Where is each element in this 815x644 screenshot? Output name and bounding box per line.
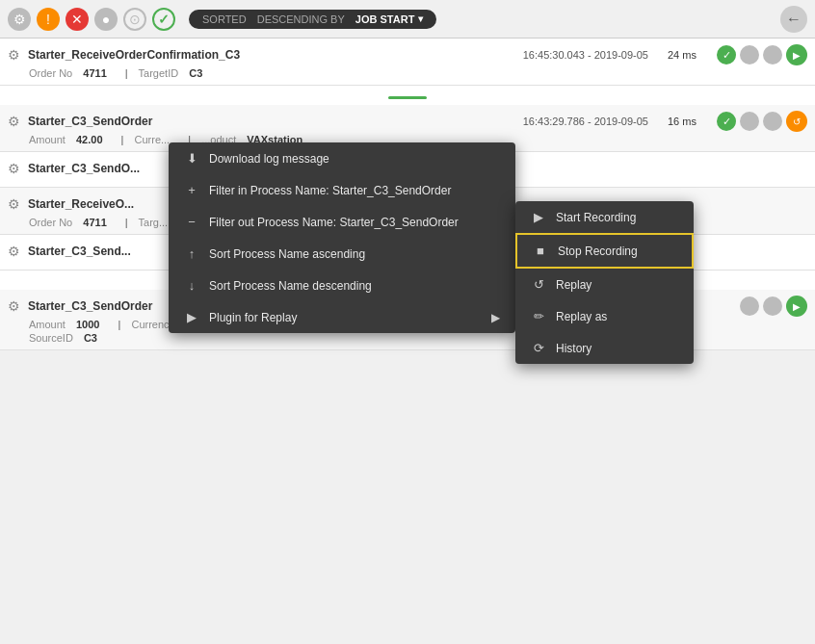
menu-item-label: Sort Process Name descending	[209, 279, 372, 293]
menu-item-download[interactable]: ⬇ Download log message	[169, 142, 515, 174]
menu-item-label: Download log message	[209, 152, 329, 166]
play-button[interactable]: ▶	[786, 44, 807, 65]
filter-in-icon: +	[184, 183, 199, 197]
toolbar: ⚙ ! ✕ ● ⊙ ✓ SORTED DESCENDING BY JOB STA…	[0, 0, 815, 39]
row-gear-icon[interactable]: ⚙	[8, 244, 20, 259]
replay-as-icon: ✏	[531, 309, 546, 323]
status-grey-icon2	[763, 112, 782, 131]
play-button[interactable]: ▶	[786, 296, 807, 317]
process-ms: 24 ms	[668, 49, 701, 61]
check-icon[interactable]: ✓	[152, 8, 175, 31]
menu-item-sort-desc[interactable]: ↓ Sort Process Name descending	[169, 270, 515, 301]
pause-icon[interactable]: ⊙	[123, 8, 146, 31]
back-button[interactable]: ←	[780, 6, 807, 33]
row-gear-icon[interactable]: ⚙	[8, 161, 20, 176]
sort-direction-label: DESCENDING BY	[257, 13, 345, 25]
status-icons: ✓ ▶	[717, 44, 807, 65]
status-green-icon: ✓	[717, 112, 736, 131]
status-grey-icon	[740, 45, 759, 64]
process-name: Starter_ReceiveOrderConfirmation_C3	[28, 48, 515, 62]
plugin-replay-icon: ▶	[184, 310, 199, 324]
sort-asc-icon: ↑	[184, 246, 199, 261]
menu-item-plugin-replay[interactable]: ▶ Plugin for Replay ▶	[169, 301, 515, 333]
menu-item-label: Plugin for Replay	[209, 311, 297, 324]
menu-item-label: Sort Process Name ascending	[209, 247, 365, 261]
submenu-item-start-recording[interactable]: ▶ Start Recording	[515, 201, 694, 233]
process-details: Order No 4711 | TargetID C3	[8, 67, 807, 79]
submenu-item-label: Replay	[556, 278, 592, 292]
sort-badge[interactable]: SORTED DESCENDING BY JOB START ▾	[189, 10, 436, 29]
menu-item-label: Filter out Process Name: Starter_C3_Send…	[209, 216, 459, 229]
close-icon[interactable]: ✕	[66, 8, 89, 31]
row-gear-icon[interactable]: ⚙	[8, 196, 20, 212]
settings-icon[interactable]: ⚙	[8, 8, 31, 31]
submenu: ▶ Start Recording ■ Stop Recording ↺ Rep…	[515, 201, 694, 364]
process-time: 16:45:30.043 - 2019-09-05	[523, 49, 648, 61]
row-gear-icon[interactable]: ⚙	[8, 298, 20, 314]
circle-icon[interactable]: ●	[94, 8, 118, 31]
submenu-item-history[interactable]: ⟳ History	[515, 332, 694, 364]
process-ms: 16 ms	[668, 116, 701, 127]
sort-field-label: JOB START	[355, 13, 415, 25]
status-green-icon: ✓	[717, 45, 736, 64]
menu-item-label: Filter in Process Name: Starter_C3_SendO…	[209, 184, 451, 197]
process-name: Starter_C3_SendOrder	[28, 115, 515, 128]
status-icons: ▶	[740, 296, 807, 317]
menu-item-sort-asc[interactable]: ↑ Sort Process Name ascending	[169, 238, 515, 270]
replay-icon: ↺	[531, 277, 546, 292]
row-gear-icon[interactable]: ⚙	[8, 47, 20, 63]
separator	[0, 86, 815, 105]
menu-item-filter-in[interactable]: + Filter in Process Name: Starter_C3_Sen…	[169, 174, 515, 206]
context-menu: ⬇ Download log message + Filter in Proce…	[169, 142, 515, 333]
menu-item-filter-out[interactable]: − Filter out Process Name: Starter_C3_Se…	[169, 206, 515, 238]
status-grey-icon	[740, 112, 759, 131]
warning-icon[interactable]: !	[37, 8, 60, 31]
status-grey-icon2	[763, 45, 782, 64]
sort-desc-icon: ↓	[184, 278, 199, 293]
sorted-label: SORTED	[202, 13, 247, 25]
submenu-item-label: Replay as	[556, 310, 607, 323]
submenu-item-label: Stop Recording	[558, 245, 638, 258]
submenu-arrow-icon: ▶	[491, 311, 500, 324]
submenu-item-stop-recording[interactable]: ■ Stop Recording	[515, 233, 694, 269]
status-grey-icon	[740, 296, 759, 316]
sort-arrow: ▾	[418, 13, 423, 24]
process-row: ⚙ Starter_ReceiveOrderConfirmation_C3 16…	[0, 39, 815, 86]
submenu-item-replay[interactable]: ↺ Replay	[515, 269, 694, 300]
row-gear-icon[interactable]: ⚙	[8, 114, 20, 129]
filter-out-icon: −	[184, 215, 199, 229]
download-icon: ⬇	[184, 151, 199, 166]
stop-recording-icon: ■	[533, 244, 548, 258]
submenu-item-label: Start Recording	[556, 211, 636, 224]
status-icons: ✓ ↺	[717, 111, 807, 132]
process-time: 16:43:29.786 - 2019-09-05	[523, 116, 648, 127]
play-button[interactable]: ↺	[786, 111, 807, 132]
submenu-item-replay-as[interactable]: ✏ Replay as	[515, 300, 694, 332]
start-recording-icon: ▶	[531, 210, 546, 224]
history-icon: ⟳	[531, 341, 546, 355]
submenu-item-label: History	[556, 342, 592, 355]
status-grey-icon2	[763, 296, 782, 316]
